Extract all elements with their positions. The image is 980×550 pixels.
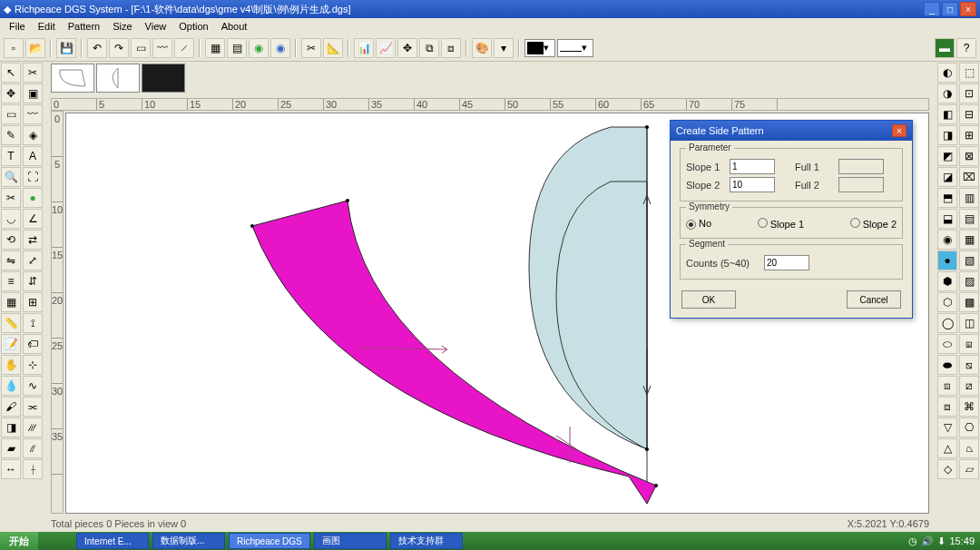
close-button[interactable]: × [960, 2, 976, 16]
tray-icon-3[interactable]: ⬇ [937, 535, 946, 547]
dialog-close-button[interactable]: × [892, 124, 906, 137]
tray-icon-2[interactable]: 🔊 [921, 535, 934, 547]
r1-icon-6[interactable]: ◪ [937, 167, 957, 187]
eraser-icon[interactable]: ◨ [1, 417, 21, 437]
menu-size[interactable]: Size [107, 19, 137, 34]
arrows-icon[interactable]: ✥ [397, 38, 417, 58]
symmetry-no-radio[interactable]: No [686, 218, 711, 230]
pointer-icon[interactable]: ↖ [1, 63, 21, 83]
maximize-button[interactable]: □ [942, 2, 958, 16]
flip-icon[interactable]: ⇄ [23, 230, 43, 250]
slope1-input[interactable] [730, 159, 775, 174]
pan-icon[interactable]: ⊹ [23, 355, 43, 375]
start-button[interactable]: 开始 [0, 532, 38, 550]
brush-icon[interactable]: 🖌 [1, 397, 21, 417]
snap-icon[interactable]: ⊞ [23, 292, 43, 312]
menu-view[interactable]: View [140, 19, 172, 34]
r1-icon-12[interactable]: ⬡ [937, 292, 957, 312]
symmetry-slope1-radio[interactable]: Slope 1 [758, 218, 804, 230]
grid-icon[interactable]: ▦ [1, 292, 21, 312]
r2-icon-1[interactable]: ⬚ [959, 63, 979, 83]
arc-icon[interactable]: ◡ [1, 209, 21, 229]
r1-icon-16[interactable]: ⧇ [937, 376, 957, 396]
r2-icon-7[interactable]: ▥ [959, 188, 979, 208]
menu-about[interactable]: About [216, 19, 253, 34]
linestyle-combo[interactable]: ▾ [557, 39, 593, 57]
r1-icon-20[interactable]: ◇ [937, 459, 957, 479]
colorwheel-icon[interactable]: 🎨 [472, 38, 492, 58]
window-a-icon[interactable]: ⧉ [419, 38, 439, 58]
task-item-1[interactable]: Internet E... [76, 533, 149, 549]
angle-icon[interactable]: ∠ [23, 209, 43, 229]
r2-icon-6[interactable]: ⌧ [959, 167, 979, 187]
pen-icon[interactable]: ✎ [1, 125, 21, 145]
thumbnail-2[interactable] [96, 64, 140, 93]
mirror-icon[interactable]: ⇋ [1, 250, 21, 270]
node-icon[interactable]: ◈ [23, 125, 43, 145]
task-item-3[interactable]: Richpeace DGS [229, 533, 310, 549]
dialog-titlebar[interactable]: Create Side Pattern × [671, 121, 912, 141]
ruler-icon[interactable]: 📐 [323, 38, 343, 58]
system-tray[interactable]: ◷ 🔊 ⬇ 15:49 [903, 535, 980, 547]
ok-button[interactable]: OK [681, 290, 736, 309]
r1-icon-15[interactable]: ⬬ [937, 355, 957, 375]
r1-icon-19[interactable]: △ [937, 438, 957, 458]
curve-icon[interactable]: 〰 [152, 38, 172, 58]
select-box-icon[interactable]: ▭ [131, 38, 151, 58]
green-icon[interactable]: ● [23, 188, 43, 208]
r1-icon-7[interactable]: ⬒ [937, 188, 957, 208]
r1-icon-3[interactable]: ◧ [937, 104, 957, 124]
dist-icon[interactable]: ⇵ [23, 271, 43, 291]
r2-icon-8[interactable]: ▤ [959, 209, 979, 229]
r1-icon-17[interactable]: ⧈ [937, 397, 957, 417]
hand-icon[interactable]: ✋ [1, 355, 21, 375]
r2-icon-9[interactable]: ▦ [959, 230, 979, 250]
dropper-icon[interactable]: ▾ [494, 38, 514, 58]
new-icon[interactable]: ▫ [4, 38, 24, 58]
rotate-icon[interactable]: ⟲ [1, 230, 21, 250]
text-icon[interactable]: T [1, 146, 21, 166]
move-icon[interactable]: ✥ [1, 83, 21, 103]
cancel-button[interactable]: Cancel [847, 290, 901, 309]
fill-icon[interactable]: ▰ [1, 438, 21, 458]
undo-icon[interactable]: ↶ [87, 38, 107, 58]
task-item-2[interactable]: 数据制版... [152, 533, 225, 549]
screen-icon[interactable]: ▬ [935, 38, 955, 58]
r1-icon-13[interactable]: ◯ [937, 313, 957, 333]
menu-pattern[interactable]: Pattern [63, 19, 105, 34]
tray-icon-1[interactable]: ◷ [908, 535, 917, 547]
align-icon[interactable]: ≡ [1, 271, 21, 291]
smooth-icon[interactable]: ∿ [23, 376, 43, 396]
save-icon[interactable]: 💾 [56, 38, 76, 58]
r2-icon-10[interactable]: ▧ [959, 250, 979, 270]
redo-icon[interactable]: ↷ [109, 38, 129, 58]
r1-icon-11[interactable]: ⬢ [937, 271, 957, 291]
chart-b-icon[interactable]: 📈 [376, 38, 396, 58]
cut-icon[interactable]: ✂ [1, 188, 21, 208]
text2-icon[interactable]: A [23, 146, 43, 166]
r1-icon-4[interactable]: ◨ [937, 125, 957, 145]
r2-icon-20[interactable]: ⏥ [959, 459, 979, 479]
r2-icon-2[interactable]: ⊡ [959, 83, 979, 103]
break-icon[interactable]: ⫘ [23, 397, 43, 417]
r2-icon-14[interactable]: ⧆ [959, 334, 979, 354]
shape-green-icon[interactable]: ◉ [249, 38, 269, 58]
scale-icon[interactable]: ⤢ [23, 250, 43, 270]
r2-icon-5[interactable]: ⊠ [959, 146, 979, 166]
r1-icon-10[interactable]: ● [937, 250, 957, 270]
line-icon[interactable]: ⟋ [174, 38, 194, 58]
r1-icon-8[interactable]: ⬓ [937, 209, 957, 229]
trim-icon[interactable]: ⟊ [23, 459, 43, 479]
task-item-5[interactable]: 技术支持群 [390, 533, 463, 549]
r1-icon-18[interactable]: ▽ [937, 417, 957, 437]
grid-b-icon[interactable]: ▤ [227, 38, 247, 58]
slope2-input[interactable] [730, 177, 775, 192]
r2-icon-19[interactable]: ⏢ [959, 438, 979, 458]
thumbnail-3[interactable] [142, 64, 185, 93]
menu-edit[interactable]: Edit [33, 19, 61, 34]
grid-a-icon[interactable]: ▦ [205, 38, 225, 58]
zoom-icon[interactable]: 🔍 [1, 167, 21, 187]
r2-icon-11[interactable]: ▨ [959, 271, 979, 291]
r1-icon-2[interactable]: ◑ [937, 83, 957, 103]
r2-icon-15[interactable]: ⧅ [959, 355, 979, 375]
